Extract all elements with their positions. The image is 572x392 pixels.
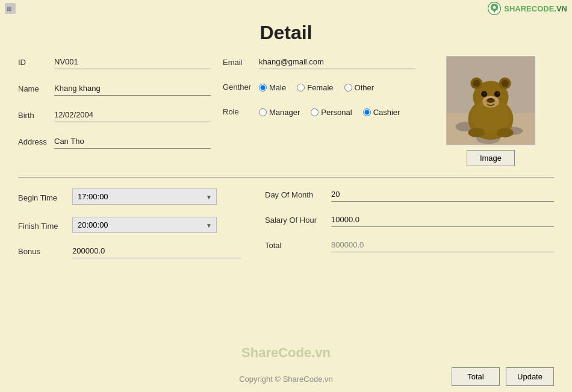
salary-of-hour-value-wrap (331, 214, 554, 227)
begin-time-select[interactable]: 17:00:00 18:00:00 19:00:00 (72, 188, 217, 205)
left-column: ID Name Birth Address (18, 56, 211, 166)
total-input[interactable] (331, 240, 554, 249)
finish-time-dropdown-wrap: 20:00:00 21:00:00 22:00:00 ▼ (72, 217, 217, 233)
svg-point-18 (497, 92, 499, 95)
finish-time-label: Finish Time (18, 222, 72, 233)
gender-male[interactable]: Male (259, 83, 286, 92)
gender-other[interactable]: Other (344, 83, 375, 92)
role-radio-group: Manager Personal Cashier (259, 108, 400, 119)
role-row: Role Manager Personal Cashier (223, 107, 415, 119)
id-value-wrap (54, 56, 211, 69)
day-of-month-input[interactable] (331, 190, 554, 199)
bonus-row: Bonus (18, 245, 241, 258)
finish-time-row: Finish Time 20:00:00 21:00:00 22:00:00 ▼ (18, 217, 241, 233)
salary-left-column: Begin Time 17:00:00 18:00:00 19:00:00 ▼ … (18, 188, 241, 270)
total-field-label: Total (265, 241, 331, 252)
salary-of-hour-row: Salary Of Hour (265, 214, 554, 227)
bottom-buttons: Total Update (452, 367, 554, 386)
genther-label: Genther (223, 82, 259, 94)
image-button[interactable]: Image (467, 150, 515, 166)
begin-time-label: Begin Time (18, 193, 72, 205)
id-row: ID (18, 56, 211, 69)
total-button[interactable]: Total (452, 367, 500, 386)
email-input[interactable] (259, 57, 415, 66)
salary-of-hour-label: Salary Of Hour (265, 216, 331, 227)
copyright-footer: Copyright © ShareCode.vn (239, 375, 333, 384)
section-divider (18, 177, 554, 178)
bonus-input[interactable] (72, 246, 241, 255)
salary-right-column: Day Of Month Salary Of Hour Total (241, 188, 554, 270)
finish-time-select[interactable]: 20:00:00 21:00:00 22:00:00 (72, 217, 217, 233)
name-row: Name (18, 82, 211, 96)
address-label: Address (18, 137, 54, 149)
total-row: Total (265, 239, 554, 252)
top-form-section: ID Name Birth Address (18, 56, 554, 166)
email-value-wrap (259, 56, 415, 69)
svg-point-17 (483, 92, 486, 95)
logo-text: SHARECODE.VN (504, 4, 567, 13)
email-label: Email (223, 58, 259, 69)
right-column: Email Genther Male Female Other (211, 56, 415, 166)
address-row: Address (18, 135, 211, 149)
svg-point-13 (473, 79, 480, 87)
svg-point-14 (502, 79, 509, 87)
role-label: Role (223, 107, 259, 119)
birth-row: Birth (18, 109, 211, 122)
begin-time-dropdown-wrap: 17:00:00 18:00:00 19:00:00 ▼ (72, 188, 217, 205)
id-label: ID (18, 58, 54, 69)
svg-point-23 (497, 128, 514, 137)
role-cashier[interactable]: Cashier (363, 108, 400, 117)
bonus-value-wrap (72, 245, 241, 258)
app-icon: ⊞ (5, 3, 16, 14)
svg-point-3 (493, 6, 496, 9)
photo-column: Image (415, 56, 554, 166)
page-title: Detail (0, 22, 572, 44)
photo-frame (446, 56, 535, 145)
birth-input[interactable] (54, 110, 211, 119)
genther-row: Genther Male Female Other (223, 82, 415, 94)
svg-point-22 (468, 128, 485, 137)
bear-image (447, 57, 535, 145)
bonus-label: Bonus (18, 247, 72, 258)
name-input[interactable] (54, 84, 211, 93)
salary-section: Begin Time 17:00:00 18:00:00 19:00:00 ▼ … (18, 188, 554, 270)
logo: SHARECODE.VN (487, 1, 567, 16)
svg-point-21 (471, 99, 509, 132)
total-value-wrap (331, 239, 554, 252)
name-value-wrap (54, 82, 211, 96)
gender-female[interactable]: Female (297, 83, 333, 92)
id-input[interactable] (54, 57, 211, 66)
name-label: Name (18, 84, 54, 96)
address-value-wrap (54, 135, 211, 149)
birth-value-wrap (54, 109, 211, 122)
address-input[interactable] (54, 137, 211, 146)
role-manager[interactable]: Manager (259, 108, 300, 117)
logo-icon (487, 1, 502, 16)
update-button[interactable]: Update (506, 367, 554, 386)
begin-time-row: Begin Time 17:00:00 18:00:00 19:00:00 ▼ (18, 188, 241, 205)
birth-label: Birth (18, 111, 54, 122)
role-personal[interactable]: Personal (311, 108, 352, 117)
main-content: ID Name Birth Address (0, 56, 572, 270)
gender-radio-group: Male Female Other (259, 83, 374, 94)
email-row: Email (223, 56, 415, 69)
day-of-month-label: Day Of Month (265, 190, 331, 202)
top-bar: ⊞ SHARECODE.VN (0, 0, 572, 17)
svg-text:⊞: ⊞ (7, 5, 11, 12)
day-of-month-value-wrap (331, 188, 554, 202)
day-of-month-row: Day Of Month (265, 188, 554, 202)
watermark: ShareCode.vn (241, 345, 331, 361)
salary-of-hour-input[interactable] (331, 215, 554, 224)
